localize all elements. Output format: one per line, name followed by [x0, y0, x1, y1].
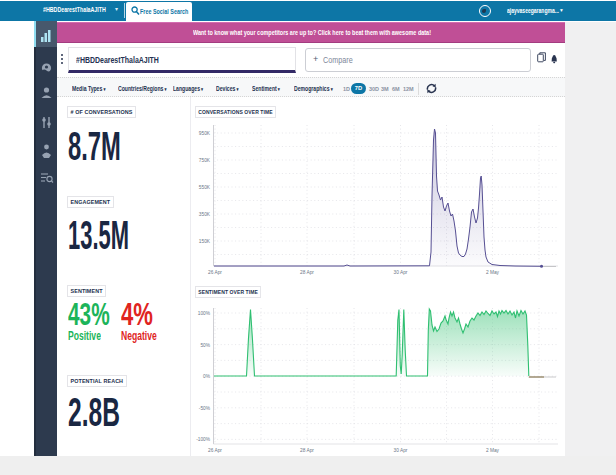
svg-text:2 May: 2 May: [486, 270, 500, 275]
svg-text:-50%: -50%: [199, 406, 211, 411]
svg-text:750K: 750K: [199, 158, 211, 163]
svg-text:100%: 100%: [198, 311, 211, 316]
svg-text:150K: 150K: [199, 239, 211, 244]
svg-text:28 Apr: 28 Apr: [300, 270, 314, 275]
svg-text:26 Apr: 26 Apr: [208, 448, 222, 453]
svg-text:-100%: -100%: [196, 437, 211, 442]
svg-text:950K: 950K: [199, 131, 211, 136]
svg-text:50%: 50%: [200, 343, 210, 348]
svg-text:2 May: 2 May: [486, 448, 500, 453]
svg-text:550K: 550K: [199, 185, 211, 190]
svg-text:28 Apr: 28 Apr: [300, 448, 314, 453]
svg-text:26 Apr: 26 Apr: [208, 270, 222, 275]
svg-text:0%: 0%: [203, 374, 211, 379]
svg-text:350K: 350K: [199, 212, 211, 217]
svg-text:30 Apr: 30 Apr: [394, 270, 408, 275]
svg-text:30 Apr: 30 Apr: [394, 448, 408, 453]
